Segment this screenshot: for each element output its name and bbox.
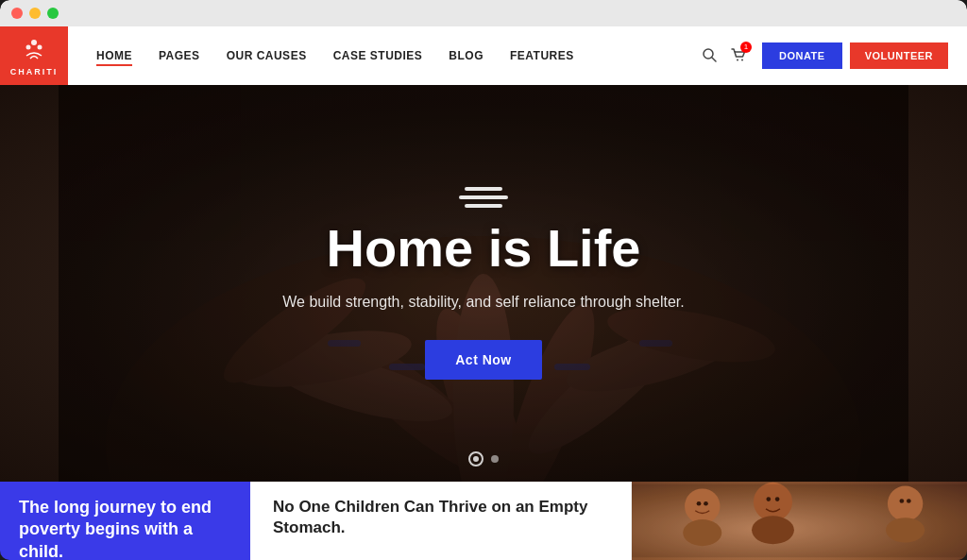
nav-causes[interactable]: OUR CAUSES (227, 49, 307, 62)
act-now-button[interactable]: Act Now (425, 340, 542, 380)
bottom-blue-panel: The long journey to end poverty begins w… (0, 482, 250, 560)
navbar: CHARITI HOME PAGES OUR CAUSES CASE STUDI… (0, 26, 967, 85)
slider-dot-active[interactable] (468, 451, 484, 467)
maximize-button[interactable] (47, 8, 59, 19)
svg-point-6 (741, 59, 743, 60)
bottom-blue-text: The long journey to end poverty begins w… (19, 497, 231, 560)
cart-icon[interactable]: 1 (730, 46, 747, 66)
svg-point-2 (38, 45, 42, 50)
article-title: No One Children Can Thrive on an Empty S… (273, 497, 608, 538)
nav-buttons: DONATE VOLUNTEER (762, 42, 948, 69)
app-container: CHARITI HOME PAGES OUR CAUSES CASE STUDI… (0, 26, 967, 560)
nav-links: HOME PAGES OUR CAUSES CASE STUDIES BLOG … (96, 49, 702, 62)
bottom-section: The long journey to end poverty begins w… (0, 482, 967, 560)
svg-point-0 (31, 40, 37, 45)
nav-pages[interactable]: PAGES (159, 49, 200, 62)
svg-line-4 (712, 58, 716, 61)
svg-rect-37 (632, 484, 967, 558)
svg-point-5 (737, 59, 738, 60)
minimize-button[interactable] (29, 8, 41, 19)
nav-home[interactable]: HOME (96, 49, 132, 62)
nav-features[interactable]: FEATURES (510, 49, 574, 62)
window-chrome (0, 0, 967, 26)
bottom-children-image (632, 482, 967, 560)
close-button[interactable] (11, 8, 23, 19)
bottom-article-panel[interactable]: No One Children Can Thrive on an Empty S… (250, 482, 632, 560)
hero-subtitle: We build strength, stability, and self r… (282, 291, 684, 314)
cart-badge: 1 (740, 42, 752, 53)
slider-dots (468, 451, 499, 467)
bottom-image-panel (632, 482, 967, 560)
volunteer-button[interactable]: VOLUNTEER (850, 42, 948, 69)
logo-icon (21, 35, 47, 65)
hero-section: Home is Life We build strength, stabilit… (0, 85, 967, 482)
nav-blog[interactable]: BLOG (449, 49, 484, 62)
hero-title: Home is Life (282, 219, 684, 278)
slider-dot-2[interactable] (491, 455, 499, 463)
donate-button[interactable]: DONATE (762, 42, 842, 69)
svg-point-1 (26, 45, 31, 50)
hero-content: Home is Life We build strength, stabilit… (263, 187, 703, 380)
logo-text: CHARITI (10, 67, 59, 76)
logo[interactable]: CHARITI (0, 26, 68, 85)
search-icon[interactable] (702, 47, 717, 65)
hero-wave-icon (282, 187, 684, 208)
nav-case-studies[interactable]: CASE STUDIES (333, 49, 423, 62)
nav-icons: 1 (702, 46, 747, 66)
